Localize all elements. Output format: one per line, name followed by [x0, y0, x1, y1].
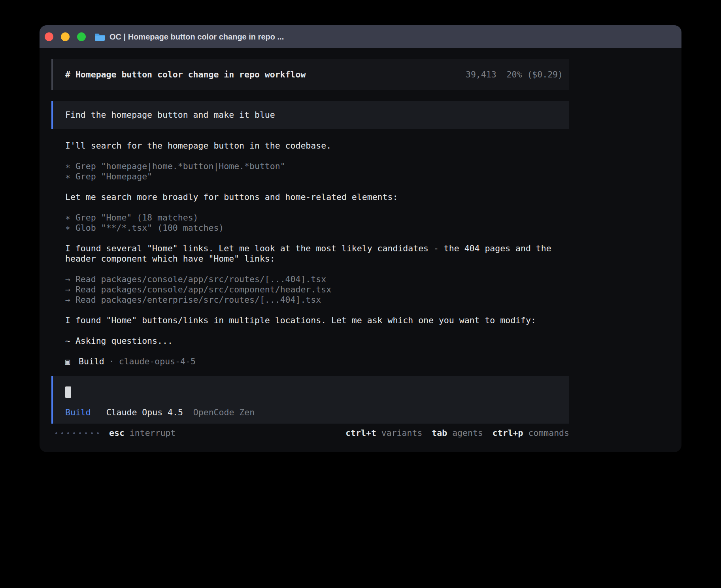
input-meta: Build Claude Opus 4.5 OpenCode Zen — [65, 407, 569, 418]
key-esc: esc — [109, 428, 125, 438]
user-message-text: Find the homepage button and make it blu… — [65, 110, 275, 120]
key-ctrl-p: ctrl+p — [493, 428, 523, 438]
context-usage: 20% ($0.29) — [507, 70, 563, 80]
tool-call-grep: ∗ Grep "homepage|home.*button|Home.*butt… — [65, 161, 569, 172]
key-tab: tab — [432, 428, 447, 438]
tool-call-glob: ∗ Glob "**/*.tsx" (100 matches) — [65, 223, 569, 233]
tool-call-grep: ∗ Grep "Home" (18 matches) — [65, 213, 569, 223]
tool-call-grep: ∗ Grep "Homepage" — [65, 172, 569, 182]
spinner-dot — [61, 432, 63, 434]
agent-icon: ▣ — [65, 356, 70, 367]
minimize-button[interactable] — [61, 32, 70, 41]
assistant-text: I found "Home" buttons/links in multiple… — [65, 315, 569, 326]
tool-call-read: → Read packages/console/app/src/routes/[… — [65, 274, 569, 285]
separator-dot: · — [109, 356, 114, 367]
close-button[interactable] — [45, 32, 53, 41]
session-stats: 39,413 20% ($0.29) — [466, 70, 563, 80]
agent-name: Build — [79, 356, 104, 367]
spinner-dot — [85, 432, 87, 434]
folder-icon — [94, 32, 105, 41]
status-bar: esc interrupt ctrl+t variants tab agents… — [51, 428, 569, 438]
spinner-dot — [67, 432, 69, 434]
agent-status-line: ▣ Build · claude-opus-4-5 — [51, 356, 569, 367]
assistant-status-text: ~ Asking questions... — [65, 336, 569, 346]
hint-agents: tab agents — [432, 428, 483, 438]
spinner-dot — [55, 432, 57, 434]
traffic-lights — [45, 32, 86, 41]
spinner-dot — [97, 432, 99, 434]
window-title: OC | Homepage button color change in rep… — [109, 32, 284, 41]
hint-variants: ctrl+t variants — [345, 428, 422, 438]
tool-call-read: → Read packages/console/app/src/componen… — [65, 285, 569, 295]
spinner-dot — [91, 432, 93, 434]
session-title: # Homepage button color change in repo w… — [65, 70, 306, 80]
zoom-button[interactable] — [77, 32, 86, 41]
terminal-screen: # Homepage button color change in repo w… — [40, 48, 681, 438]
tool-call-read: → Read packages/enterprise/src/routes/[.… — [65, 295, 569, 305]
assistant-text: I found several "Home" links. Let me loo… — [65, 243, 569, 264]
prompt-input[interactable]: Build Claude Opus 4.5 OpenCode Zen — [51, 376, 569, 424]
model-label[interactable]: Claude Opus 4.5 — [106, 407, 183, 417]
assistant-text: Let me search more broadly for buttons a… — [65, 192, 569, 202]
assistant-transcript: I'll search for the homepage button in t… — [51, 141, 569, 346]
user-message: Find the homepage button and make it blu… — [51, 101, 569, 129]
session-header: # Homepage button color change in repo w… — [51, 59, 569, 90]
hint-interrupt: esc interrupt — [109, 428, 176, 438]
provider-label: OpenCode Zen — [193, 407, 255, 417]
mode-label[interactable]: Build — [65, 407, 91, 417]
hint-commands: ctrl+p commands — [493, 428, 569, 438]
spinner-dots — [55, 432, 99, 434]
text-cursor — [65, 386, 71, 398]
assistant-text: I'll search for the homepage button in t… — [65, 141, 569, 151]
titlebar: OC | Homepage button color change in rep… — [40, 25, 681, 48]
token-count: 39,413 — [466, 70, 496, 80]
spinner-dot — [73, 432, 75, 434]
terminal-window: OC | Homepage button color change in rep… — [40, 25, 681, 452]
agent-model: claude-opus-4-5 — [119, 356, 196, 367]
spinner-dot — [79, 432, 81, 434]
key-ctrl-t: ctrl+t — [345, 428, 376, 438]
